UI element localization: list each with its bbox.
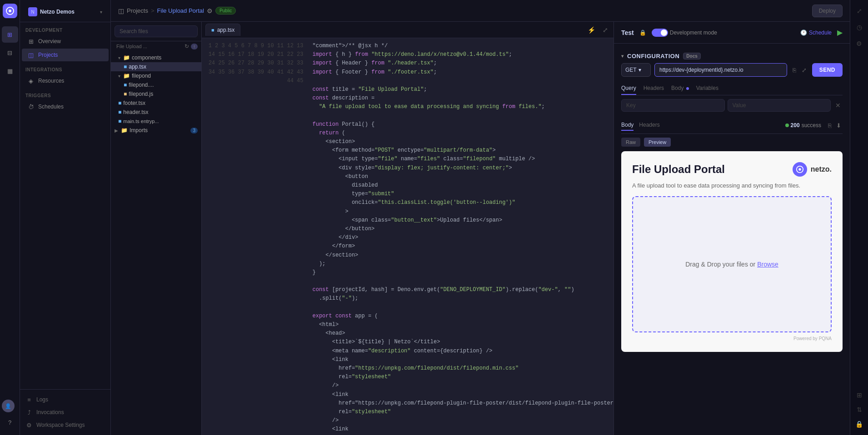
- line-numbers: 1 2 3 4 5 6 7 8 9 10 11 12 13 14 15 16 1…: [202, 38, 309, 435]
- upload-zone[interactable]: Drag & Drop your files or Browse: [632, 196, 832, 332]
- tree-item-main-ts[interactable]: ■ main.ts entryp...: [111, 117, 201, 126]
- tree-item-filepond-js[interactable]: ■ filepond.js: [111, 89, 201, 99]
- tab-headers[interactable]: Headers: [644, 82, 664, 95]
- tree-item-components[interactable]: ▾ 📁 components: [111, 53, 201, 62]
- sidebar-item-resources-label: Resources: [38, 78, 64, 84]
- copy-url-icon[interactable]: ⎘: [791, 65, 798, 75]
- docs-badge[interactable]: Docs: [683, 53, 700, 59]
- sidebar-icon-grid[interactable]: ⊞: [2, 26, 18, 43]
- response-tab-body[interactable]: Body: [621, 120, 634, 131]
- tree-item-filepond[interactable]: ▾ 📁 filepond: [111, 71, 201, 80]
- url-input[interactable]: [654, 63, 787, 77]
- tree-item-imports[interactable]: ▶ 📁 Imports 3: [111, 126, 201, 135]
- search-input[interactable]: [115, 25, 198, 37]
- preview-button[interactable]: Preview: [644, 138, 671, 147]
- sidebar-item-resources[interactable]: ◈ Resources: [22, 74, 109, 87]
- tab-body[interactable]: Body: [671, 82, 689, 95]
- far-right-activity-icon[interactable]: ◷: [852, 20, 867, 35]
- file-icon-app-tsx: ■: [124, 64, 127, 70]
- sidebar-item-logs[interactable]: ≡ Logs: [20, 393, 110, 406]
- far-right-layers-icon[interactable]: ⊞: [852, 388, 867, 402]
- sidebar-item-invocations[interactable]: ⤴ Invocations: [20, 406, 110, 419]
- far-right-panel: ⤢ ◷ ⚙ ⊞ ⇅ 🔒: [850, 0, 868, 435]
- sidebar-item-schedules[interactable]: ⏱ Schedules: [22, 100, 109, 113]
- user-avatar[interactable]: 👤: [2, 400, 15, 412]
- tree-item-app-tsx[interactable]: ■ app.tsx: [111, 62, 201, 71]
- breadcrumb-projects[interactable]: Projects: [127, 7, 148, 14]
- schedule-icon: 🕐: [800, 30, 807, 36]
- value-input[interactable]: [728, 99, 831, 112]
- dev-mode-toggle[interactable]: Development mode: [652, 29, 717, 37]
- tree-label-header: header.tsx: [123, 109, 148, 115]
- sidebar-item-overview[interactable]: ⊞ Overview: [22, 35, 109, 48]
- breadcrumb-projects-icon: ◫: [118, 7, 124, 15]
- code-editor: ■ app.tsx ⚡ ⤢ 1 2 3 4 5 6 7 8 9 10 11 12…: [202, 22, 614, 435]
- send-button[interactable]: SEND: [812, 63, 843, 77]
- tab-query[interactable]: Query: [621, 82, 636, 95]
- sidebar-item-workspace-settings[interactable]: ⚙ Workspace Settings: [20, 419, 110, 431]
- sidebar-icon-blocks[interactable]: ▦: [2, 63, 18, 79]
- raw-button[interactable]: Raw: [621, 138, 640, 147]
- root-folder-label: File Upload ...: [115, 44, 183, 49]
- main-content: ◫ Projects > File Upload Portal ⚙ Public…: [111, 0, 850, 435]
- far-right-lock-icon[interactable]: 🔒: [852, 417, 867, 431]
- method-select[interactable]: GET ▾: [621, 63, 651, 77]
- schedule-button[interactable]: 🕐 Schedule: [800, 30, 832, 36]
- sidebar-item-projects[interactable]: ◫ Projects: [22, 49, 109, 61]
- section-development-label: DEVELOPMENT: [20, 22, 110, 35]
- remove-kv-icon[interactable]: ✕: [833, 100, 843, 111]
- browse-link[interactable]: Browse: [757, 261, 778, 268]
- sidebar-icon-search[interactable]: ⊟: [2, 44, 18, 61]
- schedule-label: Schedule: [809, 30, 832, 36]
- run-icon[interactable]: ▶: [837, 28, 843, 37]
- file-icon-filepond-js: ■: [124, 91, 127, 97]
- chevron-down-icon: ▾: [100, 10, 102, 15]
- refresh-icon[interactable]: ↻: [185, 43, 189, 49]
- toggle-track[interactable]: [652, 29, 668, 37]
- invocations-icon: ⤴: [25, 409, 33, 416]
- editor-tab-app-tsx[interactable]: ■ app.tsx: [205, 24, 240, 36]
- preview-title-row: File Upload Portal netzo.: [632, 162, 832, 177]
- overview-icon: ⊞: [27, 38, 35, 45]
- expand-icon[interactable]: ⤢: [601, 25, 610, 35]
- right-panel-content: ▾ CONFIGURATION Docs GET ▾ ⎘ ⤢: [614, 44, 850, 435]
- tree-item-header-tsx[interactable]: ■ header.tsx: [111, 108, 201, 117]
- open-url-icon[interactable]: ⤢: [800, 65, 808, 75]
- tree-label-main: main.ts entryp...: [123, 119, 159, 124]
- right-panel-header: Test 🔒 Development mode 🕐 Schedule ▶: [614, 22, 850, 44]
- far-right-expand-icon[interactable]: ⤢: [852, 4, 867, 18]
- response-tab-headers[interactable]: Headers: [639, 120, 659, 131]
- editor-area: File Upload ... ↻ ↑ ▾ 📁 components ■ app…: [111, 22, 850, 435]
- folder-arrow-components: ▾: [118, 55, 120, 60]
- section-triggers-label: TRIGGERS: [20, 88, 110, 100]
- app-logo[interactable]: [3, 4, 17, 18]
- tree-item-filepond-ts[interactable]: ■ filepond....: [111, 80, 201, 89]
- far-right-share-icon[interactable]: ⇅: [852, 402, 867, 417]
- toggle-thumb: [661, 30, 667, 36]
- method-label: GET: [625, 67, 637, 73]
- response-actions: ⎘ ⬇: [827, 121, 843, 130]
- project-selector[interactable]: N Netzo Demos ▾: [25, 5, 105, 18]
- config-arrow-icon: ▾: [621, 54, 624, 59]
- tab-file-icon: ■: [211, 27, 215, 33]
- lock-icon: 🔒: [639, 30, 646, 36]
- dev-mode-label: Development mode: [670, 30, 717, 36]
- sidebar-item-workspace-settings-label: Workspace Settings: [36, 422, 85, 428]
- request-row: GET ▾ ⎘ ⤢ SEND: [621, 63, 843, 77]
- sidebar-item-schedules-label: Schedules: [38, 104, 64, 110]
- tab-variables[interactable]: Variables: [696, 82, 718, 95]
- code-content[interactable]: 1 2 3 4 5 6 7 8 9 10 11 12 13 14 15 16 1…: [202, 38, 614, 435]
- copy-response-icon[interactable]: ⎘: [827, 121, 833, 130]
- filter-icon[interactable]: ⚡: [586, 25, 597, 35]
- key-input[interactable]: [621, 99, 725, 112]
- download-response-icon[interactable]: ⬇: [835, 121, 843, 130]
- breadcrumb-sep: >: [151, 7, 155, 14]
- config-section: ▾ CONFIGURATION Docs GET ▾ ⎘ ⤢: [621, 49, 843, 112]
- config-header[interactable]: ▾ CONFIGURATION Docs: [621, 49, 843, 63]
- sidebar-icon-help[interactable]: ?: [2, 414, 18, 430]
- deploy-button[interactable]: Deploy: [812, 5, 843, 17]
- far-right-settings-icon[interactable]: ⚙: [852, 36, 867, 51]
- settings-icon[interactable]: ⚙: [207, 7, 213, 15]
- code-lines[interactable]: "comment">/** @jsx h */ import { h } fro…: [309, 38, 614, 435]
- tree-item-footer-tsx[interactable]: ■ footer.tsx: [111, 99, 201, 108]
